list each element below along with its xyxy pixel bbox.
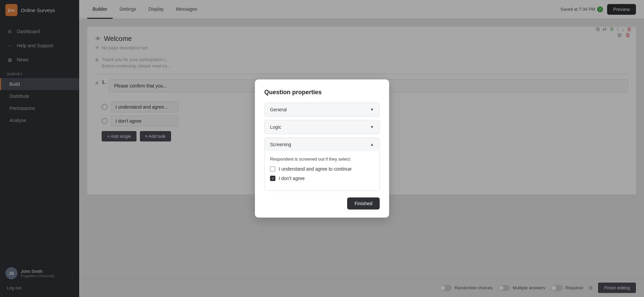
- question-properties-modal: Question properties General ▼ Logic ▼ Sc…: [255, 79, 389, 218]
- logic-chevron-down-icon: ▼: [370, 125, 374, 129]
- checkbox-row-disagree: ✓ I don't agree: [270, 176, 374, 181]
- checkbox-agree-label: I understand and agree to continue: [279, 166, 352, 172]
- screening-label: Screening: [270, 142, 291, 147]
- checkbox-disagree-label: I don't agree: [279, 176, 305, 181]
- checkbox-disagree[interactable]: ✓: [270, 176, 275, 181]
- general-chevron-down-icon: ▼: [370, 107, 374, 112]
- logic-accordion-header[interactable]: Logic ▼: [265, 120, 379, 134]
- modal-footer: Finished: [264, 197, 380, 210]
- screening-chevron-up-icon: ▲: [370, 142, 374, 147]
- modal-overlay: Question properties General ▼ Logic ▼ Sc…: [0, 0, 644, 297]
- checkbox-row-agree: I understand and agree to continue: [270, 166, 374, 172]
- screening-description: Respondent is screened out if they selec…: [270, 157, 374, 162]
- logic-accordion: Logic ▼: [264, 120, 380, 134]
- screening-accordion: Screening ▲ Respondent is screened out i…: [264, 137, 380, 191]
- checkbox-agree[interactable]: [270, 166, 275, 172]
- general-accordion: General ▼: [264, 103, 380, 117]
- screening-accordion-header[interactable]: Screening ▲: [265, 138, 379, 151]
- logic-label: Logic: [270, 124, 281, 130]
- general-accordion-header[interactable]: General ▼: [265, 103, 379, 116]
- finished-button[interactable]: Finished: [347, 197, 380, 210]
- modal-title: Question properties: [264, 89, 380, 96]
- screening-accordion-body: Respondent is screened out if they selec…: [265, 151, 379, 190]
- general-label: General: [270, 107, 287, 112]
